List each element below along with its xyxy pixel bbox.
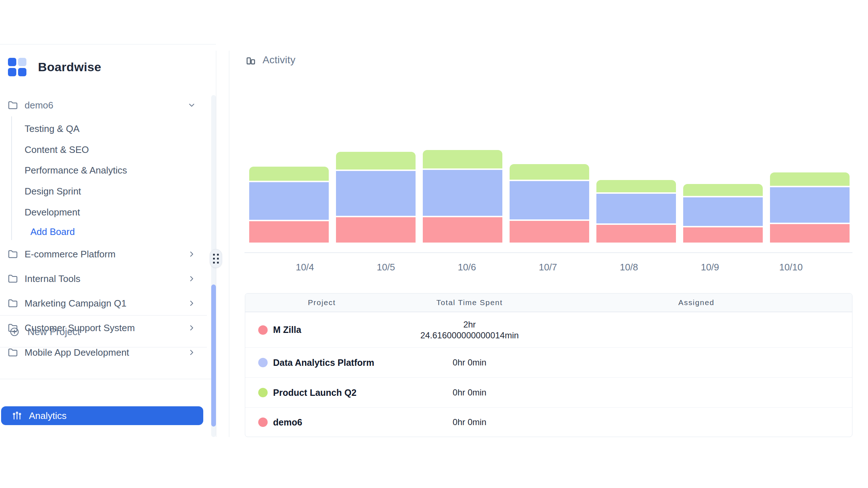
new-project-label: New Project: [27, 326, 80, 338]
chevron-right-icon[interactable]: [187, 250, 196, 258]
x-axis-label: 10/4: [287, 262, 323, 273]
bar-segment-Product Launch Q2[interactable]: [249, 167, 329, 181]
total-time-cell: 2hr 24.616000000000014min: [399, 319, 541, 341]
sidebar-item-mobile-app-development[interactable]: Mobile App Development: [0, 344, 216, 361]
project-name: Product Launch Q2: [273, 388, 357, 398]
sidebar-item-ecommerce-platform[interactable]: E-commerce Platform: [0, 245, 216, 263]
logo-divider: [0, 44, 216, 44]
folder-icon: [8, 100, 18, 110]
bar-segment-M Zilla / demo6[interactable]: [423, 217, 502, 243]
analytics-chart-icon: [12, 411, 22, 421]
project-time-table: Project Total Time Spent Assigned M Zill…: [245, 293, 852, 437]
board-label: Testing & QA: [25, 123, 80, 134]
bar-chart-icon: [245, 55, 256, 66]
folder-icon: [8, 249, 18, 259]
bar-segment-Product Launch Q2[interactable]: [336, 152, 416, 170]
sidebar-item-label: Mobile App Development: [25, 347, 129, 358]
bar-segment-Data Analytics Platform[interactable]: [249, 182, 329, 220]
plus-circle-icon: [9, 327, 20, 337]
chevron-right-icon[interactable]: [187, 348, 196, 357]
analytics-label: Analytics: [29, 410, 67, 421]
grip-dots-icon: [213, 254, 219, 264]
chevron-down-icon[interactable]: [187, 101, 196, 110]
x-axis-labels: 10/410/510/610/710/810/910/10: [244, 262, 852, 274]
boardwise-logo-icon: [8, 58, 26, 76]
sidebar-item-label: demo6: [25, 100, 54, 111]
bar-10/10[interactable]: [770, 172, 850, 243]
project-name: M Zilla: [273, 325, 301, 335]
project-name: Data Analytics Platform: [273, 358, 374, 368]
table-row[interactable]: M Zilla 2hr 24.616000000000014min: [245, 312, 852, 347]
total-time-cell: 0hr 0min: [399, 387, 541, 398]
new-project-button[interactable]: New Project: [0, 323, 216, 341]
bar-segment-Data Analytics Platform[interactable]: [770, 187, 850, 223]
x-axis-label: 10/9: [692, 262, 728, 273]
sidebar-board-content-seo[interactable]: Content & SEO: [0, 142, 216, 158]
total-time-cell: 0hr 0min: [399, 357, 541, 368]
app-logo: Boardwise: [8, 58, 101, 76]
divider: [0, 347, 207, 347]
board-label: Development: [25, 207, 80, 218]
x-axis-label: 10/5: [368, 262, 404, 273]
board-label: Content & SEO: [25, 144, 89, 155]
bar-segment-Product Launch Q2[interactable]: [596, 180, 676, 192]
bar-segment-Product Launch Q2[interactable]: [683, 184, 763, 196]
bar-segment-Data Analytics Platform[interactable]: [683, 197, 763, 226]
total-time-cell: 0hr 0min: [399, 417, 541, 428]
chevron-right-icon[interactable]: [187, 274, 196, 283]
bar-segment-Product Launch Q2[interactable]: [770, 172, 850, 186]
sidebar-item-demo6[interactable]: demo6: [0, 97, 216, 114]
bar-10/9[interactable]: [683, 184, 763, 243]
bar-segment-M Zilla / demo6[interactable]: [683, 227, 763, 243]
bar-segment-M Zilla / demo6[interactable]: [510, 221, 589, 243]
sidebar-scrollbar-thumb[interactable]: [211, 284, 216, 427]
activity-stacked-bar-chart: [244, 145, 852, 243]
add-board-label: Add Board: [30, 226, 75, 237]
page-title: Activity: [263, 54, 295, 66]
bar-segment-Product Launch Q2[interactable]: [510, 164, 589, 180]
sidebar-item-marketing-campaign-q1[interactable]: Marketing Campaign Q1: [0, 295, 216, 312]
bar-10/5[interactable]: [336, 152, 416, 243]
bar-10/4[interactable]: [249, 167, 329, 243]
bar-segment-M Zilla / demo6[interactable]: [596, 225, 676, 243]
bar-10/7[interactable]: [510, 164, 589, 243]
table-header-row: Project Total Time Spent Assigned: [245, 294, 852, 312]
bar-segment-M Zilla / demo6[interactable]: [249, 221, 329, 243]
sidebar-board-testing-qa[interactable]: Testing & QA: [0, 121, 216, 137]
bar-segment-M Zilla / demo6[interactable]: [336, 217, 416, 243]
sidebar-item-internal-tools[interactable]: Internal Tools: [0, 270, 216, 287]
sidebar-board-design-sprint[interactable]: Design Sprint: [0, 183, 216, 199]
bar-10/8[interactable]: [596, 180, 676, 243]
sidebar-bottom-divider: [0, 379, 216, 379]
sidebar-resize-handle[interactable]: [210, 249, 222, 268]
x-axis-label: 10/8: [611, 262, 647, 273]
x-axis-label: 10/7: [530, 262, 566, 273]
board-label: Design Sprint: [25, 186, 81, 197]
sidebar-item-label: Marketing Campaign Q1: [25, 298, 127, 309]
bar-segment-Data Analytics Platform[interactable]: [596, 194, 676, 223]
table-row[interactable]: Product Launch Q2 0hr 0min: [245, 377, 852, 407]
project-color-dot: [258, 358, 268, 367]
bar-segment-Product Launch Q2[interactable]: [423, 150, 502, 168]
bar-segment-Data Analytics Platform[interactable]: [423, 170, 502, 216]
bar-10/6[interactable]: [423, 150, 502, 243]
bar-segment-Data Analytics Platform[interactable]: [510, 181, 589, 219]
board-label: Performance & Analytics: [25, 165, 127, 176]
folder-icon: [8, 274, 18, 284]
chevron-right-icon[interactable]: [187, 299, 196, 308]
project-color-dot: [258, 418, 268, 427]
bar-segment-M Zilla / demo6[interactable]: [770, 224, 850, 243]
table-row[interactable]: Data Analytics Platform 0hr 0min: [245, 347, 852, 377]
x-axis-label: 10/6: [449, 262, 485, 273]
bar-segment-Data Analytics Platform[interactable]: [336, 171, 416, 216]
analytics-button[interactable]: Analytics: [1, 406, 203, 425]
add-board-button[interactable]: Add Board: [0, 224, 216, 240]
folder-icon: [8, 299, 18, 308]
sidebar-board-development[interactable]: Development: [0, 204, 216, 220]
panel-rail-line: [229, 51, 229, 437]
sidebar-item-label: Internal Tools: [25, 273, 80, 284]
folder-icon: [8, 348, 18, 358]
sidebar-border: [216, 51, 216, 437]
table-row[interactable]: demo6 0hr 0min: [245, 407, 852, 437]
sidebar-board-performance-analytics[interactable]: Performance & Analytics: [0, 162, 216, 178]
